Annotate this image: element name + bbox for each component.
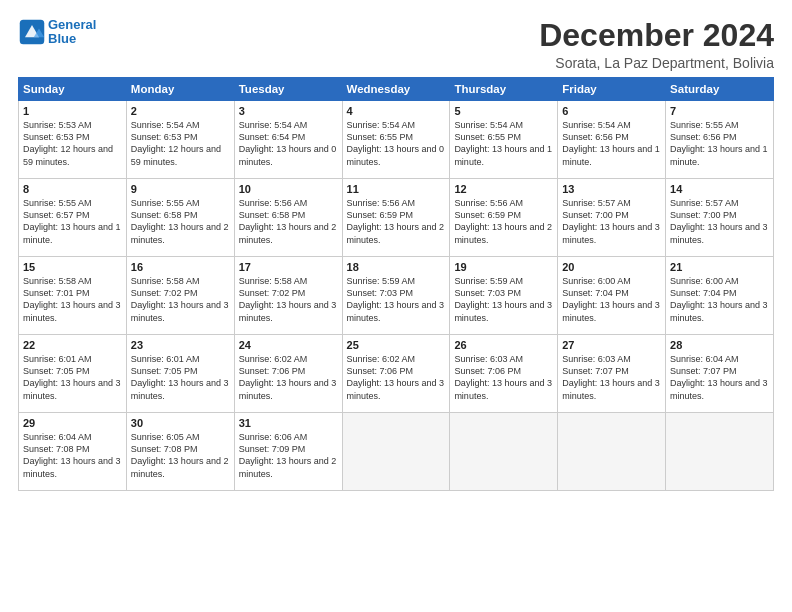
day-info: Sunrise: 6:00 AMSunset: 7:04 PMDaylight:…: [670, 276, 768, 322]
table-row: 14 Sunrise: 5:57 AMSunset: 7:00 PMDaylig…: [666, 179, 774, 257]
table-row: 19 Sunrise: 5:59 AMSunset: 7:03 PMDaylig…: [450, 257, 558, 335]
day-info: Sunrise: 5:56 AMSunset: 6:59 PMDaylight:…: [454, 198, 552, 244]
day-number: 21: [670, 261, 769, 273]
day-info: Sunrise: 6:00 AMSunset: 7:04 PMDaylight:…: [562, 276, 660, 322]
table-row: 13 Sunrise: 5:57 AMSunset: 7:00 PMDaylig…: [558, 179, 666, 257]
table-row: [558, 413, 666, 491]
day-info: Sunrise: 5:54 AMSunset: 6:56 PMDaylight:…: [562, 120, 660, 166]
day-number: 14: [670, 183, 769, 195]
day-info: Sunrise: 5:55 AMSunset: 6:58 PMDaylight:…: [131, 198, 229, 244]
day-info: Sunrise: 5:56 AMSunset: 6:58 PMDaylight:…: [239, 198, 337, 244]
table-row: 27 Sunrise: 6:03 AMSunset: 7:07 PMDaylig…: [558, 335, 666, 413]
day-number: 8: [23, 183, 122, 195]
day-number: 27: [562, 339, 661, 351]
table-row: 29 Sunrise: 6:04 AMSunset: 7:08 PMDaylig…: [19, 413, 127, 491]
day-number: 23: [131, 339, 230, 351]
table-row: 31 Sunrise: 6:06 AMSunset: 7:09 PMDaylig…: [234, 413, 342, 491]
day-info: Sunrise: 6:02 AMSunset: 7:06 PMDaylight:…: [239, 354, 337, 400]
day-info: Sunrise: 6:04 AMSunset: 7:07 PMDaylight:…: [670, 354, 768, 400]
day-number: 30: [131, 417, 230, 429]
day-number: 6: [562, 105, 661, 117]
table-row: [450, 413, 558, 491]
col-thursday: Thursday: [450, 78, 558, 101]
table-row: 25 Sunrise: 6:02 AMSunset: 7:06 PMDaylig…: [342, 335, 450, 413]
table-row: 8 Sunrise: 5:55 AMSunset: 6:57 PMDayligh…: [19, 179, 127, 257]
table-row: 21 Sunrise: 6:00 AMSunset: 7:04 PMDaylig…: [666, 257, 774, 335]
table-row: 5 Sunrise: 5:54 AMSunset: 6:55 PMDayligh…: [450, 101, 558, 179]
month-title: December 2024: [539, 18, 774, 53]
table-row: 15 Sunrise: 5:58 AMSunset: 7:01 PMDaylig…: [19, 257, 127, 335]
day-number: 13: [562, 183, 661, 195]
day-number: 9: [131, 183, 230, 195]
table-row: 1 Sunrise: 5:53 AMSunset: 6:53 PMDayligh…: [19, 101, 127, 179]
day-number: 7: [670, 105, 769, 117]
day-info: Sunrise: 5:58 AMSunset: 7:02 PMDaylight:…: [131, 276, 229, 322]
day-info: Sunrise: 5:54 AMSunset: 6:53 PMDaylight:…: [131, 120, 221, 166]
logo-general: General: [48, 17, 96, 32]
calendar-table: Sunday Monday Tuesday Wednesday Thursday…: [18, 77, 774, 491]
day-info: Sunrise: 5:56 AMSunset: 6:59 PMDaylight:…: [347, 198, 445, 244]
day-number: 28: [670, 339, 769, 351]
table-row: 23 Sunrise: 6:01 AMSunset: 7:05 PMDaylig…: [126, 335, 234, 413]
day-info: Sunrise: 6:05 AMSunset: 7:08 PMDaylight:…: [131, 432, 229, 478]
table-row: 2 Sunrise: 5:54 AMSunset: 6:53 PMDayligh…: [126, 101, 234, 179]
day-number: 29: [23, 417, 122, 429]
day-info: Sunrise: 5:58 AMSunset: 7:02 PMDaylight:…: [239, 276, 337, 322]
table-row: 11 Sunrise: 5:56 AMSunset: 6:59 PMDaylig…: [342, 179, 450, 257]
calendar-week-1: 1 Sunrise: 5:53 AMSunset: 6:53 PMDayligh…: [19, 101, 774, 179]
day-number: 3: [239, 105, 338, 117]
table-row: 10 Sunrise: 5:56 AMSunset: 6:58 PMDaylig…: [234, 179, 342, 257]
table-row: 9 Sunrise: 5:55 AMSunset: 6:58 PMDayligh…: [126, 179, 234, 257]
day-info: Sunrise: 5:54 AMSunset: 6:54 PMDaylight:…: [239, 120, 337, 166]
day-number: 18: [347, 261, 446, 273]
table-row: 28 Sunrise: 6:04 AMSunset: 7:07 PMDaylig…: [666, 335, 774, 413]
day-number: 19: [454, 261, 553, 273]
table-row: 7 Sunrise: 5:55 AMSunset: 6:56 PMDayligh…: [666, 101, 774, 179]
logo-text: General Blue: [48, 18, 96, 47]
day-info: Sunrise: 5:57 AMSunset: 7:00 PMDaylight:…: [562, 198, 660, 244]
page: General Blue December 2024 Sorata, La Pa…: [0, 0, 792, 612]
table-row: [666, 413, 774, 491]
day-number: 10: [239, 183, 338, 195]
day-number: 20: [562, 261, 661, 273]
day-number: 12: [454, 183, 553, 195]
day-info: Sunrise: 6:06 AMSunset: 7:09 PMDaylight:…: [239, 432, 337, 478]
table-row: 24 Sunrise: 6:02 AMSunset: 7:06 PMDaylig…: [234, 335, 342, 413]
col-wednesday: Wednesday: [342, 78, 450, 101]
day-number: 11: [347, 183, 446, 195]
day-info: Sunrise: 5:54 AMSunset: 6:55 PMDaylight:…: [347, 120, 445, 166]
day-number: 25: [347, 339, 446, 351]
table-row: 12 Sunrise: 5:56 AMSunset: 6:59 PMDaylig…: [450, 179, 558, 257]
day-info: Sunrise: 5:59 AMSunset: 7:03 PMDaylight:…: [347, 276, 445, 322]
day-info: Sunrise: 6:03 AMSunset: 7:06 PMDaylight:…: [454, 354, 552, 400]
logo: General Blue: [18, 18, 96, 47]
col-tuesday: Tuesday: [234, 78, 342, 101]
day-info: Sunrise: 6:03 AMSunset: 7:07 PMDaylight:…: [562, 354, 660, 400]
header-row: Sunday Monday Tuesday Wednesday Thursday…: [19, 78, 774, 101]
day-number: 22: [23, 339, 122, 351]
day-number: 1: [23, 105, 122, 117]
col-saturday: Saturday: [666, 78, 774, 101]
title-block: December 2024 Sorata, La Paz Department,…: [539, 18, 774, 71]
day-number: 4: [347, 105, 446, 117]
location-subtitle: Sorata, La Paz Department, Bolivia: [539, 55, 774, 71]
day-info: Sunrise: 5:57 AMSunset: 7:00 PMDaylight:…: [670, 198, 768, 244]
day-info: Sunrise: 5:58 AMSunset: 7:01 PMDaylight:…: [23, 276, 121, 322]
day-info: Sunrise: 6:01 AMSunset: 7:05 PMDaylight:…: [131, 354, 229, 400]
day-info: Sunrise: 6:04 AMSunset: 7:08 PMDaylight:…: [23, 432, 121, 478]
day-info: Sunrise: 5:55 AMSunset: 6:57 PMDaylight:…: [23, 198, 121, 244]
day-info: Sunrise: 5:59 AMSunset: 7:03 PMDaylight:…: [454, 276, 552, 322]
day-number: 15: [23, 261, 122, 273]
day-number: 5: [454, 105, 553, 117]
table-row: 18 Sunrise: 5:59 AMSunset: 7:03 PMDaylig…: [342, 257, 450, 335]
day-info: Sunrise: 6:02 AMSunset: 7:06 PMDaylight:…: [347, 354, 445, 400]
calendar-week-2: 8 Sunrise: 5:55 AMSunset: 6:57 PMDayligh…: [19, 179, 774, 257]
day-info: Sunrise: 5:55 AMSunset: 6:56 PMDaylight:…: [670, 120, 768, 166]
col-monday: Monday: [126, 78, 234, 101]
table-row: 17 Sunrise: 5:58 AMSunset: 7:02 PMDaylig…: [234, 257, 342, 335]
calendar-week-4: 22 Sunrise: 6:01 AMSunset: 7:05 PMDaylig…: [19, 335, 774, 413]
header: General Blue December 2024 Sorata, La Pa…: [18, 18, 774, 71]
col-friday: Friday: [558, 78, 666, 101]
day-number: 26: [454, 339, 553, 351]
col-sunday: Sunday: [19, 78, 127, 101]
